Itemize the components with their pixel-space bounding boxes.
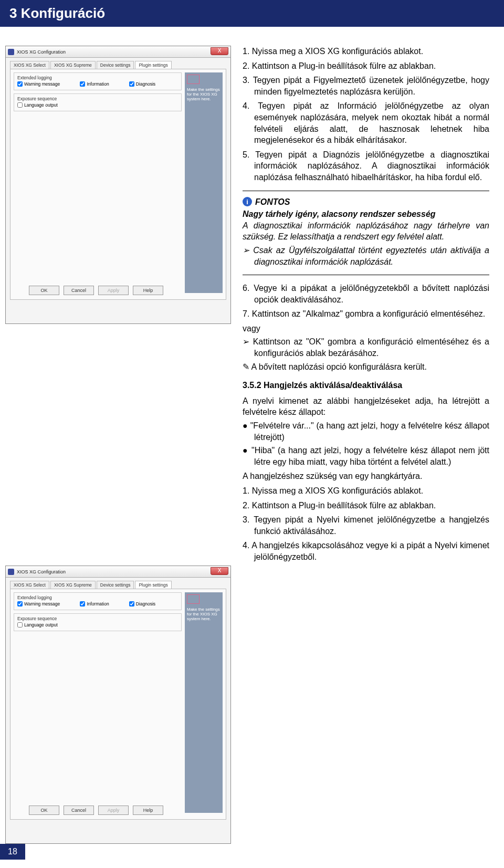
tab-supreme[interactable]: XIOS XG Supreme: [50, 581, 96, 589]
legend-logging: Extended logging: [17, 595, 178, 600]
dialog-buttons: OK Cancel Apply Help: [10, 806, 182, 815]
window-title: XIOS XG Configuration: [17, 569, 66, 574]
camera-icon: [187, 594, 200, 604]
note-arrow: ➢ Csak az Ügyfélszolgálattal történt egy…: [243, 245, 489, 267]
close-icon[interactable]: X: [211, 47, 228, 55]
step-6: 6. Vegye ki a pipákat a jelölőnégyzetekb…: [243, 283, 489, 305]
important-note: i FONTOS Nagy tárhely igény, alacsony re…: [243, 191, 489, 276]
result-text: ✎ A bővített naplózási opció konfigurálá…: [243, 361, 489, 373]
right-help-panel: Make the settings for the XIOS XG system…: [185, 592, 223, 813]
camera-icon: [187, 75, 200, 84]
tab-body: Make the settings for the XIOS XG system…: [10, 69, 226, 300]
chk-diagnosis[interactable]: Diagnosis: [129, 601, 155, 606]
bullet-1: ● "Felvételre vár..." (a hang azt jelzi,…: [243, 420, 489, 443]
step-4: 4. Tegyen pipát az Információ jelölőnégy…: [243, 100, 489, 145]
legend-logging: Extended logging: [17, 75, 178, 80]
exposure-sequence-fieldset: Exposure sequence Language output: [14, 93, 182, 111]
legend-exposure: Exposure sequence: [17, 96, 178, 101]
ok-button[interactable]: OK: [29, 286, 59, 295]
tab-select[interactable]: XIOS XG Select: [10, 581, 49, 589]
cancel-button[interactable]: Cancel: [64, 806, 94, 815]
chk-diagnosis[interactable]: Diagnosis: [129, 81, 155, 87]
help-button[interactable]: Help: [133, 806, 163, 815]
tab-select[interactable]: XIOS XG Select: [10, 61, 49, 69]
tab-device[interactable]: Device settings: [97, 581, 134, 589]
window-title: XIOS XG Configuration: [17, 49, 66, 55]
tab-plugin[interactable]: Plugin settings: [135, 581, 171, 589]
ok-button[interactable]: OK: [29, 806, 59, 815]
tab-plugin[interactable]: Plugin settings: [135, 61, 171, 69]
tabs-row: XIOS XG Select XIOS XG Supreme Device se…: [6, 58, 230, 69]
content-column: 1. Nyissa meg a XIOS XG konfigurációs ab…: [243, 46, 489, 854]
help-text: Make the settings for the XIOS XG system…: [187, 87, 220, 101]
note-label: FONTOS: [255, 196, 290, 208]
chk-language[interactable]: Language output: [17, 102, 58, 108]
step-5: 5. Tegyen pipát a Diagnózis jelölőnégyze…: [243, 149, 489, 183]
chk-information[interactable]: Information: [80, 601, 109, 606]
titlebar: XIOS XG Configuration X: [6, 46, 230, 58]
note-bold: Nagy tárhely igény, alacsony rendszer se…: [243, 208, 489, 220]
help-text: Make the settings for the XIOS XG system…: [187, 607, 220, 621]
info-icon: i: [243, 197, 252, 206]
apply-button[interactable]: Apply: [98, 806, 129, 815]
tab-body: Make the settings for the XIOS XG system…: [10, 589, 226, 820]
subheading-352: 3.5.2 Hangjelzés aktiválása/deaktiválása: [243, 380, 489, 391]
section2-intro: A nyelvi kimenet az alábbi hangjelzéseke…: [243, 395, 489, 418]
config-window-1: XIOS XG Configuration X XIOS XG Select X…: [5, 46, 231, 324]
note-body: A diagnosztikai információk naplózásához…: [243, 220, 489, 243]
chk-warning[interactable]: Warning message: [17, 601, 60, 606]
page-number: 18: [0, 844, 25, 860]
vagy: vagy: [243, 323, 489, 334]
chapter-header: 3 Konfiguráció: [0, 0, 504, 27]
close-icon[interactable]: X: [211, 567, 228, 575]
need-soundcard: A hangjelzéshez szükség van egy hangkárt…: [243, 470, 489, 482]
tabs-row: XIOS XG Select XIOS XG Supreme Device se…: [6, 578, 230, 589]
tab-device[interactable]: Device settings: [97, 61, 134, 69]
legend-exposure: Exposure sequence: [17, 616, 178, 621]
step-7: 7. Kattintson az "Alkalmaz" gombra a kon…: [243, 308, 489, 320]
exposure-sequence-fieldset: Exposure sequence Language output: [14, 613, 182, 631]
chk-language[interactable]: Language output: [17, 622, 58, 628]
apply-button[interactable]: Apply: [98, 286, 129, 295]
cancel-button[interactable]: Cancel: [64, 286, 94, 295]
extended-logging-fieldset: Extended logging Warning message Informa…: [14, 592, 182, 610]
step-3: 3. Tegyen pipát a Figyelmeztető üzenetek…: [243, 75, 489, 97]
app-icon: [8, 569, 14, 575]
right-help-panel: Make the settings for the XIOS XG system…: [185, 72, 223, 293]
config-window-2: XIOS XG Configuration X XIOS XG Select X…: [5, 566, 231, 844]
chk-warning[interactable]: Warning message: [17, 81, 60, 87]
extended-logging-fieldset: Extended logging Warning message Informa…: [14, 72, 182, 90]
step-2: 2. Kattintson a Plug-in beállítások fülr…: [243, 60, 489, 72]
arrow-ok: ➢ Kattintson az "OK" gombra a konfigurác…: [243, 336, 489, 359]
titlebar: XIOS XG Configuration X: [6, 566, 230, 578]
tab-supreme[interactable]: XIOS XG Supreme: [50, 61, 96, 69]
sec2-step-2: 2. Kattintson a Plug-in beállítások fülr…: [243, 500, 489, 511]
sec2-step-1: 1. Nyissa meg a XIOS XG konfigurációs ab…: [243, 485, 489, 497]
step-1: 1. Nyissa meg a XIOS XG konfigurációs ab…: [243, 46, 489, 57]
dialog-buttons: OK Cancel Apply Help: [10, 286, 182, 295]
chk-information[interactable]: Information: [80, 81, 109, 87]
sec2-step-4: 4. A hangjelzés kikapcsolásához vegye ki…: [243, 540, 489, 562]
bullet-2: ● "Hiba" (a hang azt jelzi, hogy a felvé…: [243, 445, 489, 467]
app-icon: [8, 49, 14, 55]
sec2-step-3: 3. Tegyen pipát a Nyelvi kimenet jelölőn…: [243, 514, 489, 537]
help-button[interactable]: Help: [133, 286, 163, 295]
